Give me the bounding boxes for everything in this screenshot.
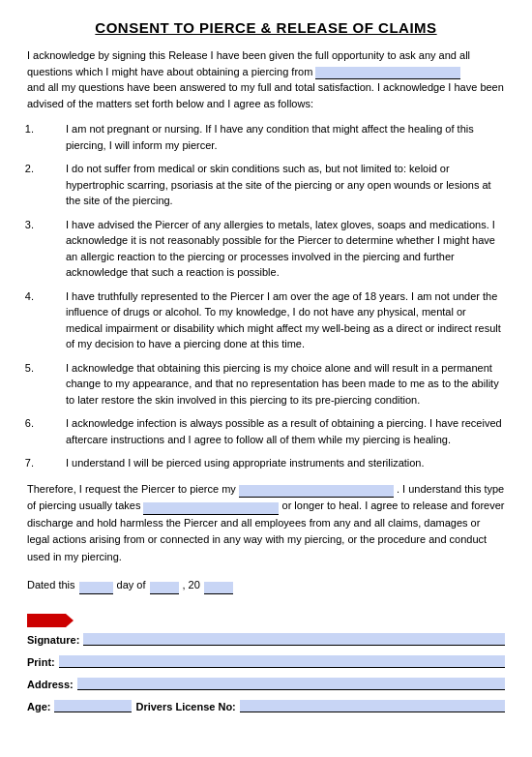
month-field[interactable] xyxy=(150,582,179,594)
term-7: I understand I will be pierced using app… xyxy=(37,455,505,471)
healing-time-field[interactable] xyxy=(143,502,279,515)
signature-section: Signature: Print: Address: Age: Drivers … xyxy=(27,614,505,712)
arrow-indicator xyxy=(27,614,66,627)
day-field[interactable] xyxy=(79,582,113,594)
signature-row: Signature: xyxy=(27,633,505,646)
term-4: I have truthfully represented to the Pie… xyxy=(37,288,505,352)
print-label: Print: xyxy=(27,656,55,668)
dated-label3: , 20 xyxy=(183,577,200,594)
dated-label1: Dated this xyxy=(27,577,75,594)
print-field[interactable] xyxy=(59,655,505,668)
therefore-text-part1: Therefore, I request the Piercer to pier… xyxy=(27,483,236,495)
term-5: I acknowledge that obtaining this pierci… xyxy=(37,360,505,409)
address-field[interactable] xyxy=(77,678,505,690)
dl-label: Drivers License No: xyxy=(135,701,235,712)
dated-label2: day of xyxy=(117,577,146,594)
term-2: I do not suffer from medical or skin con… xyxy=(37,161,505,209)
print-row: Print: xyxy=(27,655,505,668)
signature-field[interactable] xyxy=(83,633,505,646)
piercing-type-field[interactable] xyxy=(239,485,394,498)
dl-field[interactable] xyxy=(240,700,505,712)
terms-list: I am not pregnant or nursing. If I have … xyxy=(46,121,505,471)
age-label: Age: xyxy=(27,701,50,712)
term-6: I acknowledge infection is always possib… xyxy=(37,415,505,447)
signature-label: Signature: xyxy=(27,634,79,646)
therefore-paragraph: Therefore, I request the Piercer to pier… xyxy=(27,481,505,566)
dated-section: Dated this day of , 20 xyxy=(27,577,505,594)
age-field[interactable] xyxy=(54,700,132,712)
intro-paragraph: I acknowledge by signing this Release I … xyxy=(27,47,505,111)
title: CONSENT TO PIERCE & RELEASE OF CLAIMS xyxy=(27,19,505,36)
address-row: Address: xyxy=(27,678,505,690)
age-row: Age: Drivers License No: xyxy=(27,700,505,712)
address-label: Address: xyxy=(27,679,74,690)
term-3: I have advised the Piercer of any allerg… xyxy=(37,217,505,281)
term-1: I am not pregnant or nursing. If I have … xyxy=(37,121,505,153)
year-field[interactable] xyxy=(204,582,233,594)
intro-text-part2: and all my questions have been answered … xyxy=(27,81,504,109)
piercing-from-field[interactable] xyxy=(315,67,460,79)
arrow-row xyxy=(27,614,505,631)
